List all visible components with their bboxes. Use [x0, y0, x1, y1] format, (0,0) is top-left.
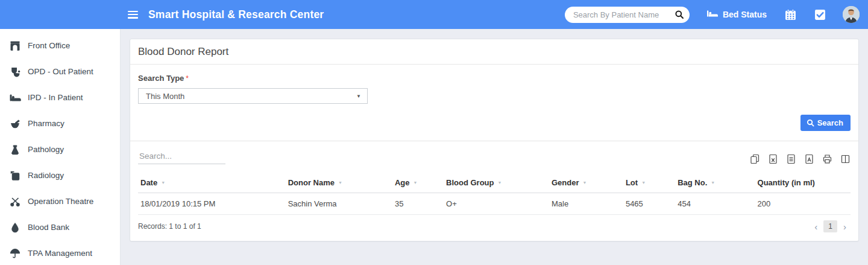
export-toolbar [742, 154, 851, 164]
sort-caret-icon: ▼ [414, 180, 418, 185]
table-row[interactable]: 18/01/2019 10:15 PM Sachin Verma 35 O+ M… [138, 193, 851, 215]
table-tools [138, 149, 851, 164]
page-number-button[interactable]: 1 [823, 220, 837, 232]
cell-date: 18/01/2019 10:15 PM [138, 193, 286, 215]
column-header-quantity: Quantity (in ml) [755, 172, 851, 193]
sidebar-item-label: Blood Bank [28, 223, 69, 232]
cell-age: 35 [392, 193, 444, 215]
table-section: Date▼ Donor Name▼ Age▼ Blood Group▼ Gend… [130, 141, 858, 241]
button-row: Search [130, 104, 858, 141]
sort-caret-icon: ▼ [498, 180, 502, 185]
bed-icon [9, 93, 21, 103]
sidebar-item-opd[interactable]: OPD - Out Patient [0, 59, 120, 85]
sidebar-item-label: Front Office [28, 41, 70, 50]
sidebar-item-label: Radiology [28, 171, 64, 180]
flask-icon [9, 144, 21, 155]
sidebar-item-label: Operation Theatre [28, 197, 93, 206]
next-page-button[interactable]: › [839, 222, 851, 232]
sidebar-item-label: Pathology [28, 145, 64, 154]
prev-page-button[interactable]: ‹ [810, 222, 822, 232]
scissors-icon [9, 196, 21, 207]
sidebar-nav: Front Office OPD - Out Patient IPD - In … [0, 29, 121, 265]
column-header-date[interactable]: Date▼ [138, 172, 286, 193]
sort-caret-icon: ▼ [641, 180, 646, 185]
table-footer: Records: 1 to 1 of 1 ‹ 1 › [138, 220, 851, 232]
sidebar-item-ipd[interactable]: IPD - In Patient [0, 85, 120, 110]
export-excel-icon[interactable] [768, 154, 778, 164]
cell-quantity: 200 [755, 193, 851, 215]
sort-caret-icon: ▼ [583, 180, 587, 185]
table-header-row: Date▼ Donor Name▼ Age▼ Blood Group▼ Gend… [138, 172, 851, 193]
sidebar-item-front-office[interactable]: Front Office [0, 33, 120, 59]
sort-caret-icon: ▼ [711, 180, 715, 185]
column-header-age[interactable]: Age▼ [392, 172, 444, 193]
search-button-label: Search [817, 118, 843, 127]
app-header: Smart Hospital & Research Center Bed Sta… [0, 0, 868, 29]
export-csv-icon[interactable] [786, 154, 796, 164]
xray-icon [9, 170, 21, 181]
table-filter-input[interactable] [138, 149, 225, 164]
pagination: ‹ 1 › [810, 220, 851, 232]
sidebar-item-radiology[interactable]: Radiology [0, 162, 120, 188]
header-actions: Bed Status [565, 6, 860, 23]
search-type-label: Search Type [138, 74, 184, 83]
bed-status-label: Bed Status [723, 10, 767, 19]
building-icon [9, 40, 21, 51]
sidebar-item-pathology[interactable]: Pathology [0, 136, 120, 162]
column-header-lot[interactable]: Lot▼ [623, 172, 675, 193]
column-header-bag-no[interactable]: Bag No.▼ [675, 172, 755, 193]
blood-drop-icon [9, 222, 21, 233]
export-pdf-icon[interactable] [804, 154, 814, 164]
sidebar-item-blood-bank[interactable]: Blood Bank [0, 214, 120, 240]
search-icon[interactable] [675, 10, 684, 22]
stethoscope-icon [9, 66, 21, 77]
mortar-pestle-icon [9, 118, 21, 129]
records-summary: Records: 1 to 1 of 1 [138, 222, 201, 231]
page-title: Blood Donor Report [130, 39, 858, 65]
user-avatar[interactable] [843, 6, 860, 23]
cell-bag-no: 454 [675, 193, 755, 215]
patient-search [565, 7, 690, 23]
column-header-blood-group[interactable]: Blood Group▼ [444, 172, 549, 193]
app-title: Smart Hospital & Research Center [148, 8, 324, 21]
search-button[interactable]: Search [800, 115, 851, 131]
sidebar-item-pharmacy[interactable]: Pharmacy [0, 110, 120, 136]
sidebar-item-label: IPD - In Patient [28, 93, 83, 102]
sidebar-item-label: OPD - Out Patient [28, 67, 93, 76]
search-type-value: This Month [146, 92, 184, 101]
required-asterisk: * [186, 74, 189, 83]
sort-caret-icon: ▼ [338, 180, 342, 185]
copy-icon[interactable] [750, 154, 760, 164]
bed-status-button[interactable]: Bed Status [706, 9, 767, 21]
blood-donor-table: Date▼ Donor Name▼ Age▼ Blood Group▼ Gend… [138, 172, 851, 215]
calendar-icon[interactable] [785, 9, 796, 21]
search-type-section: Search Type* This Month ▼ [130, 65, 858, 104]
umbrella-icon [9, 248, 21, 259]
cell-donor-name: Sachin Verma [286, 193, 392, 215]
bed-icon [706, 9, 719, 21]
blood-donor-report-card: Blood Donor Report Search Type* This Mon… [130, 39, 859, 241]
search-icon [807, 119, 814, 127]
chevron-down-icon: ▼ [356, 94, 361, 99]
column-header-donor-name[interactable]: Donor Name▼ [286, 172, 392, 193]
patient-search-input[interactable] [565, 7, 690, 23]
menu-toggle-icon[interactable] [128, 11, 138, 19]
cell-lot: 5465 [623, 193, 675, 215]
sidebar-item-operation-theatre[interactable]: Operation Theatre [0, 188, 120, 214]
column-visibility-icon[interactable] [840, 154, 851, 164]
cell-blood-group: O+ [444, 193, 549, 215]
sidebar-item-label: Pharmacy [28, 119, 64, 128]
main-content: Blood Donor Report Search Type* This Mon… [121, 29, 868, 265]
sort-caret-icon: ▼ [161, 180, 165, 185]
search-type-select[interactable]: This Month ▼ [138, 88, 368, 104]
sidebar-item-tpa[interactable]: TPA Management [0, 240, 120, 265]
tasks-check-icon[interactable] [814, 9, 826, 21]
column-header-gender[interactable]: Gender▼ [549, 172, 623, 193]
cell-gender: Male [549, 193, 623, 215]
sidebar-item-label: TPA Management [28, 249, 92, 258]
print-icon[interactable] [822, 154, 832, 164]
